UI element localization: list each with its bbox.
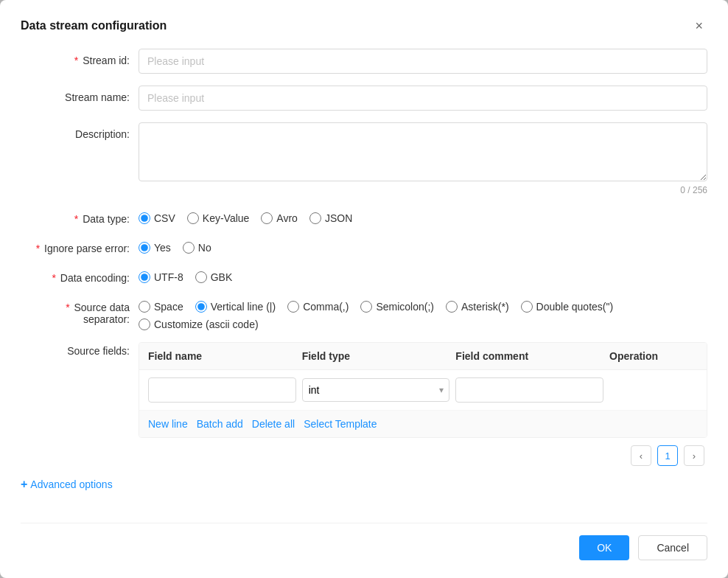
data-type-label: * Data type: bbox=[21, 207, 139, 225]
data-encoding-row: * Data encoding: UTF-8 GBK bbox=[21, 266, 707, 284]
radio-gbk-label: GBK bbox=[211, 271, 233, 283]
description-textarea[interactable] bbox=[139, 122, 707, 181]
ignore-parse-error-radio-group: Yes No bbox=[139, 237, 707, 254]
required-star: * bbox=[74, 55, 78, 66]
radio-double-quotes[interactable]: Double quotes(") bbox=[521, 301, 614, 313]
cancel-button[interactable]: Cancel bbox=[638, 535, 707, 560]
select-template-button[interactable]: Select Template bbox=[304, 418, 377, 430]
stream-id-input[interactable] bbox=[139, 49, 707, 74]
description-counter: 0 / 256 bbox=[139, 185, 707, 195]
radio-yes-input[interactable] bbox=[139, 242, 150, 254]
close-button[interactable]: × bbox=[690, 18, 707, 34]
ok-button[interactable]: OK bbox=[579, 535, 629, 560]
source-fields-control: Field name Field type Field comment Oper… bbox=[139, 342, 707, 466]
radio-avro-label: Avro bbox=[276, 212, 298, 224]
source-fields-label: Source fields: bbox=[21, 342, 139, 357]
data-type-control: CSV Key-Value Avro JSON bbox=[139, 207, 707, 224]
field-type-cell: int bigint float double varchar boolean … bbox=[302, 378, 450, 402]
radio-semicolon[interactable]: Semicolon(;) bbox=[360, 301, 434, 313]
data-type-row: * Data type: CSV Key-Value Avro bbox=[21, 207, 707, 225]
radio-vertical-input[interactable] bbox=[195, 301, 207, 313]
description-row: Description: 0 / 256 bbox=[21, 122, 707, 195]
radio-no[interactable]: No bbox=[183, 242, 211, 254]
separator-row2: Customize (ascii code) bbox=[139, 318, 707, 330]
radio-semicolon-input[interactable] bbox=[360, 301, 372, 313]
fields-header: Field name Field type Field comment Oper… bbox=[139, 343, 707, 370]
description-label: Description: bbox=[21, 122, 139, 140]
next-page-button[interactable]: › bbox=[684, 445, 704, 466]
radio-utf8-label: UTF-8 bbox=[154, 271, 183, 283]
radio-comma-input[interactable] bbox=[287, 301, 299, 313]
delete-all-button[interactable]: Delete all bbox=[252, 418, 295, 430]
header-operation: Operation bbox=[609, 350, 698, 362]
fields-actions: New line Batch add Delete all Select Tem… bbox=[139, 411, 707, 437]
field-type-select[interactable]: int bigint float double varchar boolean … bbox=[302, 378, 450, 402]
radio-gbk-input[interactable] bbox=[195, 271, 207, 283]
ignore-parse-error-row: * Ignore parse error: Yes No bbox=[21, 237, 707, 254]
stream-name-input[interactable] bbox=[139, 86, 707, 111]
radio-comma-label: Comma(,) bbox=[303, 301, 349, 313]
prev-page-button[interactable]: ‹ bbox=[631, 445, 651, 466]
radio-double-quotes-input[interactable] bbox=[521, 301, 533, 313]
radio-json[interactable]: JSON bbox=[309, 212, 352, 224]
radio-space[interactable]: Space bbox=[139, 301, 183, 313]
modal-footer: OK Cancel bbox=[21, 523, 707, 560]
radio-yes[interactable]: Yes bbox=[139, 242, 171, 254]
field-comment-cell bbox=[455, 377, 603, 403]
stream-id-control bbox=[139, 49, 707, 74]
current-page-button[interactable]: 1 bbox=[657, 445, 678, 466]
stream-id-row: * Stream id: bbox=[21, 49, 707, 74]
radio-key-value-label: Key-Value bbox=[203, 212, 250, 224]
separator-radio-group: Space Vertical line (|) Comma(,) Semicol… bbox=[139, 296, 707, 313]
radio-customize-input[interactable] bbox=[139, 318, 150, 330]
required-star-4: * bbox=[52, 272, 55, 284]
source-fields-row: Source fields: Field name Field type Fie… bbox=[21, 342, 707, 466]
radio-asterisk[interactable]: Asterisk(*) bbox=[446, 301, 509, 313]
radio-utf8[interactable]: UTF-8 bbox=[139, 271, 183, 283]
modal-header: Data stream configuration × bbox=[21, 18, 707, 34]
required-star-3: * bbox=[36, 243, 40, 254]
stream-name-control bbox=[139, 86, 707, 111]
new-line-button[interactable]: New line bbox=[148, 418, 188, 430]
field-comment-input[interactable] bbox=[455, 377, 603, 403]
radio-vertical[interactable]: Vertical line (|) bbox=[195, 301, 276, 313]
data-encoding-radio-group: UTF-8 GBK bbox=[139, 266, 707, 283]
data-encoding-control: UTF-8 GBK bbox=[139, 266, 707, 283]
radio-csv-input[interactable] bbox=[139, 212, 150, 224]
radio-avro[interactable]: Avro bbox=[261, 212, 298, 224]
data-type-radio-group: CSV Key-Value Avro JSON bbox=[139, 207, 707, 224]
radio-utf8-input[interactable] bbox=[139, 271, 150, 283]
ignore-parse-error-label: * Ignore parse error: bbox=[21, 237, 139, 254]
stream-id-label: * Stream id: bbox=[21, 49, 139, 66]
radio-no-label: No bbox=[198, 242, 211, 254]
radio-avro-input[interactable] bbox=[261, 212, 273, 224]
header-field-type: Field type bbox=[302, 350, 456, 362]
radio-space-input[interactable] bbox=[139, 301, 150, 313]
required-star-5: * bbox=[66, 302, 69, 313]
radio-gbk[interactable]: GBK bbox=[195, 271, 233, 283]
radio-customize-label: Customize (ascii code) bbox=[154, 318, 259, 330]
radio-customize[interactable]: Customize (ascii code) bbox=[139, 318, 707, 330]
radio-no-input[interactable] bbox=[183, 242, 195, 254]
field-name-input[interactable] bbox=[148, 377, 296, 403]
advanced-options-toggle[interactable]: + Advanced options bbox=[21, 478, 113, 491]
field-name-cell bbox=[148, 377, 296, 403]
fields-table: Field name Field type Field comment Oper… bbox=[139, 342, 707, 438]
radio-comma[interactable]: Comma(,) bbox=[287, 301, 349, 313]
radio-json-input[interactable] bbox=[309, 212, 321, 224]
radio-key-value-input[interactable] bbox=[187, 212, 199, 224]
radio-csv-label: CSV bbox=[154, 212, 175, 224]
radio-asterisk-input[interactable] bbox=[446, 301, 458, 313]
radio-json-label: JSON bbox=[325, 212, 352, 224]
radio-csv[interactable]: CSV bbox=[139, 212, 175, 224]
data-encoding-label: * Data encoding: bbox=[21, 266, 139, 284]
form-body: * Stream id: Stream name: Description: bbox=[21, 49, 707, 508]
ignore-parse-error-control: Yes No bbox=[139, 237, 707, 254]
source-data-separator-control: Space Vertical line (|) Comma(,) Semicol… bbox=[139, 296, 707, 330]
pagination: ‹ 1 › bbox=[139, 445, 707, 466]
plus-icon: + bbox=[21, 478, 27, 491]
modal-container: Data stream configuration × * Stream id:… bbox=[0, 0, 728, 578]
radio-key-value[interactable]: Key-Value bbox=[187, 212, 250, 224]
source-data-separator-row: * Source data separator: Space Vertical … bbox=[21, 296, 707, 330]
batch-add-button[interactable]: Batch add bbox=[197, 418, 243, 430]
